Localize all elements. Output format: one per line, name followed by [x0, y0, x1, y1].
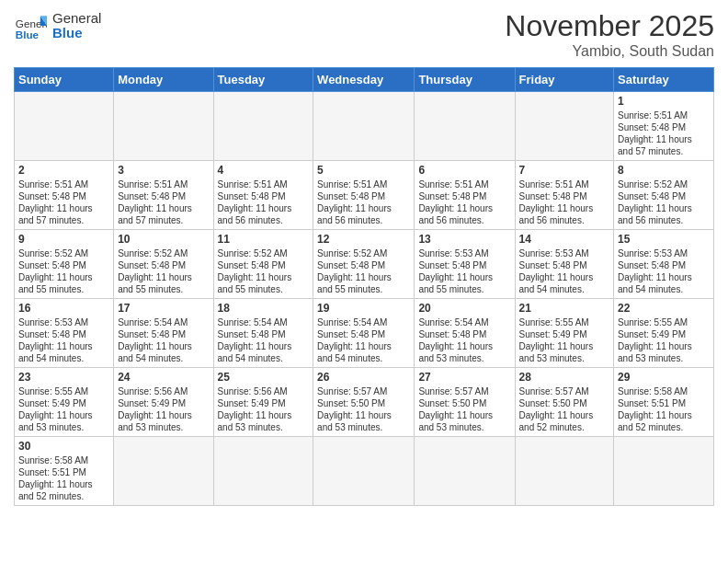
day-info: Sunrise: 5:57 AM Sunset: 5:50 PM Dayligh… — [519, 385, 610, 433]
day-info: Sunrise: 5:52 AM Sunset: 5:48 PM Dayligh… — [218, 247, 310, 295]
calendar-day: 19Sunrise: 5:54 AM Sunset: 5:48 PM Dayli… — [313, 299, 415, 368]
day-info: Sunrise: 5:52 AM Sunset: 5:48 PM Dayligh… — [118, 247, 209, 295]
page-header: General Blue General Blue November 2025 … — [14, 9, 714, 60]
calendar-day: 20Sunrise: 5:54 AM Sunset: 5:48 PM Dayli… — [415, 299, 515, 368]
calendar-day: 7Sunrise: 5:51 AM Sunset: 5:48 PM Daylig… — [515, 161, 614, 230]
calendar-day: 11Sunrise: 5:52 AM Sunset: 5:48 PM Dayli… — [213, 230, 313, 299]
calendar-day: 26Sunrise: 5:57 AM Sunset: 5:50 PM Dayli… — [313, 368, 415, 437]
calendar-day: 4Sunrise: 5:51 AM Sunset: 5:48 PM Daylig… — [213, 161, 313, 230]
calendar-day — [415, 92, 515, 161]
day-info: Sunrise: 5:51 AM Sunset: 5:48 PM Dayligh… — [218, 178, 310, 226]
calendar-day — [114, 437, 213, 506]
day-number: 11 — [218, 233, 310, 246]
day-number: 22 — [618, 302, 710, 315]
day-number: 27 — [418, 371, 510, 384]
calendar-day: 17Sunrise: 5:54 AM Sunset: 5:48 PM Dayli… — [114, 299, 213, 368]
day-info: Sunrise: 5:56 AM Sunset: 5:49 PM Dayligh… — [118, 385, 209, 433]
day-info: Sunrise: 5:58 AM Sunset: 5:51 PM Dayligh… — [18, 454, 109, 502]
day-info: Sunrise: 5:52 AM Sunset: 5:48 PM Dayligh… — [317, 247, 410, 295]
day-number: 21 — [519, 302, 610, 315]
calendar-day: 10Sunrise: 5:52 AM Sunset: 5:48 PM Dayli… — [114, 230, 213, 299]
calendar-day: 29Sunrise: 5:58 AM Sunset: 5:51 PM Dayli… — [614, 368, 714, 437]
week-row: 9Sunrise: 5:52 AM Sunset: 5:48 PM Daylig… — [15, 230, 714, 299]
calendar-day: 13Sunrise: 5:53 AM Sunset: 5:48 PM Dayli… — [415, 230, 515, 299]
day-number: 17 — [118, 302, 209, 315]
calendar-day: 22Sunrise: 5:55 AM Sunset: 5:49 PM Dayli… — [614, 299, 714, 368]
weekday-header-row: SundayMondayTuesdayWednesdayThursdayFrid… — [15, 68, 714, 92]
week-row: 23Sunrise: 5:55 AM Sunset: 5:49 PM Dayli… — [15, 368, 714, 437]
logo-blue-text: Blue — [52, 26, 101, 41]
calendar-day: 24Sunrise: 5:56 AM Sunset: 5:49 PM Dayli… — [114, 368, 213, 437]
day-info: Sunrise: 5:57 AM Sunset: 5:50 PM Dayligh… — [317, 385, 410, 433]
calendar-day: 16Sunrise: 5:53 AM Sunset: 5:48 PM Dayli… — [15, 299, 114, 368]
day-number: 29 — [618, 371, 710, 384]
day-info: Sunrise: 5:58 AM Sunset: 5:51 PM Dayligh… — [618, 385, 710, 433]
day-info: Sunrise: 5:51 AM Sunset: 5:48 PM Dayligh… — [317, 178, 410, 226]
weekday-header: Friday — [515, 68, 614, 92]
calendar-day — [515, 92, 614, 161]
day-number: 12 — [317, 233, 410, 246]
day-number: 8 — [618, 164, 710, 177]
day-number: 30 — [18, 440, 109, 453]
day-number: 16 — [18, 302, 109, 315]
day-number: 20 — [418, 302, 510, 315]
day-info: Sunrise: 5:57 AM Sunset: 5:50 PM Dayligh… — [418, 385, 510, 433]
logo-icon: General Blue — [14, 9, 47, 42]
day-number: 4 — [218, 164, 310, 177]
calendar-day: 5Sunrise: 5:51 AM Sunset: 5:48 PM Daylig… — [313, 161, 415, 230]
day-number: 13 — [418, 233, 510, 246]
calendar-table: SundayMondayTuesdayWednesdayThursdayFrid… — [14, 67, 714, 506]
logo: General Blue General Blue — [14, 9, 101, 42]
weekday-header: Monday — [114, 68, 213, 92]
day-info: Sunrise: 5:51 AM Sunset: 5:48 PM Dayligh… — [418, 178, 510, 226]
day-info: Sunrise: 5:56 AM Sunset: 5:49 PM Dayligh… — [218, 385, 310, 433]
week-row: 16Sunrise: 5:53 AM Sunset: 5:48 PM Dayli… — [15, 299, 714, 368]
day-number: 9 — [18, 233, 109, 246]
calendar-day: 8Sunrise: 5:52 AM Sunset: 5:48 PM Daylig… — [614, 161, 714, 230]
weekday-header: Thursday — [415, 68, 515, 92]
day-number: 26 — [317, 371, 410, 384]
calendar-day: 23Sunrise: 5:55 AM Sunset: 5:49 PM Dayli… — [15, 368, 114, 437]
calendar-day: 1Sunrise: 5:51 AM Sunset: 5:48 PM Daylig… — [614, 92, 714, 161]
week-row: 1Sunrise: 5:51 AM Sunset: 5:48 PM Daylig… — [15, 92, 714, 161]
calendar-day — [415, 437, 515, 506]
day-number: 2 — [18, 164, 109, 177]
day-number: 7 — [519, 164, 610, 177]
calendar-day: 6Sunrise: 5:51 AM Sunset: 5:48 PM Daylig… — [415, 161, 515, 230]
day-number: 10 — [118, 233, 209, 246]
day-number: 19 — [317, 302, 410, 315]
calendar-day — [614, 437, 714, 506]
week-row: 30Sunrise: 5:58 AM Sunset: 5:51 PM Dayli… — [15, 437, 714, 506]
day-info: Sunrise: 5:55 AM Sunset: 5:49 PM Dayligh… — [618, 316, 710, 364]
day-info: Sunrise: 5:53 AM Sunset: 5:48 PM Dayligh… — [418, 247, 510, 295]
calendar-day: 28Sunrise: 5:57 AM Sunset: 5:50 PM Dayli… — [515, 368, 614, 437]
day-info: Sunrise: 5:51 AM Sunset: 5:48 PM Dayligh… — [519, 178, 610, 226]
calendar-day — [213, 92, 313, 161]
calendar-day: 12Sunrise: 5:52 AM Sunset: 5:48 PM Dayli… — [313, 230, 415, 299]
day-number: 18 — [218, 302, 310, 315]
day-info: Sunrise: 5:51 AM Sunset: 5:48 PM Dayligh… — [18, 178, 109, 226]
day-info: Sunrise: 5:52 AM Sunset: 5:48 PM Dayligh… — [18, 247, 109, 295]
day-info: Sunrise: 5:53 AM Sunset: 5:48 PM Dayligh… — [618, 247, 710, 295]
day-info: Sunrise: 5:54 AM Sunset: 5:48 PM Dayligh… — [317, 316, 410, 364]
weekday-header: Sunday — [15, 68, 114, 92]
calendar-day — [114, 92, 213, 161]
day-number: 3 — [118, 164, 209, 177]
day-info: Sunrise: 5:53 AM Sunset: 5:48 PM Dayligh… — [519, 247, 610, 295]
day-number: 24 — [118, 371, 209, 384]
calendar-day — [213, 437, 313, 506]
calendar-day: 27Sunrise: 5:57 AM Sunset: 5:50 PM Dayli… — [415, 368, 515, 437]
day-number: 28 — [519, 371, 610, 384]
month-title: November 2025 — [505, 9, 714, 43]
calendar-day — [15, 92, 114, 161]
location-title: Yambio, South Sudan — [505, 43, 714, 60]
day-number: 25 — [218, 371, 310, 384]
day-info: Sunrise: 5:54 AM Sunset: 5:48 PM Dayligh… — [418, 316, 510, 364]
weekday-header: Saturday — [614, 68, 714, 92]
weekday-header: Tuesday — [213, 68, 313, 92]
calendar-day: 18Sunrise: 5:54 AM Sunset: 5:48 PM Dayli… — [213, 299, 313, 368]
day-number: 14 — [519, 233, 610, 246]
calendar-day — [515, 437, 614, 506]
week-row: 2Sunrise: 5:51 AM Sunset: 5:48 PM Daylig… — [15, 161, 714, 230]
day-info: Sunrise: 5:55 AM Sunset: 5:49 PM Dayligh… — [519, 316, 610, 364]
